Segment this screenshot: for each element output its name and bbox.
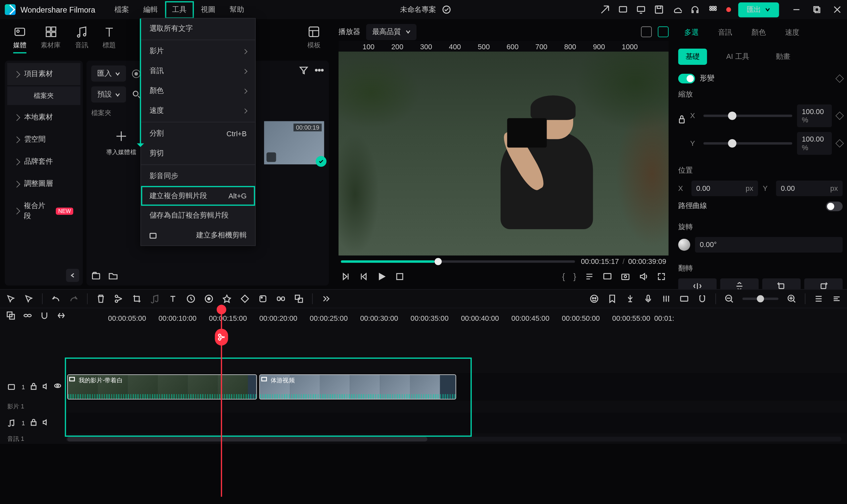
more-icon[interactable]	[315, 66, 324, 75]
notification-dot[interactable]	[726, 7, 731, 12]
preset-dropdown[interactable]: 預設	[91, 86, 126, 103]
filter-icon[interactable]	[299, 66, 308, 75]
music-tool-icon[interactable]	[150, 294, 160, 304]
voiceover-icon[interactable]	[625, 294, 635, 304]
tl-duplicate-icon[interactable]	[6, 311, 16, 321]
timeline-view-icon[interactable]	[814, 294, 824, 304]
scale-y-keyframe[interactable]	[835, 139, 844, 148]
playhead[interactable]	[221, 305, 222, 497]
translate-tool-icon[interactable]	[294, 294, 304, 304]
rotation-knob[interactable]	[678, 239, 690, 251]
sidebar-collapse[interactable]	[66, 269, 80, 282]
sidebar-compound[interactable]: 複合片段NEW	[7, 195, 81, 228]
rsubtab-basic[interactable]: 基礎	[678, 49, 707, 65]
scale-x-slider[interactable]	[703, 114, 792, 117]
media-clip[interactable]: 00:00:19	[264, 121, 324, 164]
sidebar-brand[interactable]: 品牌套件	[7, 150, 81, 173]
rotate-ccw-button[interactable]	[762, 278, 801, 289]
zoom-in-icon[interactable]	[787, 294, 796, 304]
stop-icon[interactable]	[395, 272, 405, 282]
volume-icon[interactable]	[638, 272, 648, 282]
sidebar-adjust[interactable]: 調整圖層	[7, 173, 81, 195]
mic-icon[interactable]	[643, 294, 653, 304]
timeline-scrollbar[interactable]	[66, 437, 842, 442]
save-icon[interactable]	[654, 5, 664, 15]
device-icon[interactable]	[618, 5, 628, 15]
dd-audio[interactable]: 音訊	[141, 61, 255, 81]
marker-list-icon[interactable]	[585, 272, 594, 282]
scale-y-input[interactable]: 100.00 %	[797, 132, 832, 155]
rotation-input[interactable]: 0.00°	[695, 237, 843, 253]
sidebar-cloud[interactable]: 雲空間	[7, 128, 81, 150]
menu-file[interactable]: 檔案	[107, 1, 136, 19]
keyframe-tool-icon[interactable]	[240, 294, 250, 304]
prev-frame-icon[interactable]	[341, 272, 350, 282]
link-tool-icon[interactable]	[276, 294, 285, 304]
video-track-icon[interactable]	[7, 382, 17, 392]
timeline-settings-icon[interactable]	[832, 294, 841, 304]
menu-view[interactable]: 視圖	[194, 1, 222, 19]
rtab-speed[interactable]: 速度	[784, 25, 801, 40]
lock-audio-icon[interactable]	[30, 418, 37, 428]
scrub-bar[interactable]: 00:00:15:17/00:00:39:09	[338, 256, 669, 268]
minimize-icon[interactable]	[792, 5, 801, 14]
dd-color[interactable]: 顏色	[141, 81, 255, 101]
menu-tools[interactable]: 工具	[165, 1, 194, 19]
undo-icon[interactable]	[51, 294, 60, 304]
snap-icon[interactable]	[698, 294, 707, 304]
rsubtab-ai[interactable]: AI 工具	[719, 49, 757, 65]
tab-media[interactable]: 媒體	[13, 25, 27, 53]
image-icon[interactable]	[658, 26, 669, 37]
path-curve-toggle[interactable]	[826, 201, 843, 211]
tab-stock[interactable]: 素材庫	[41, 25, 60, 53]
playhead-scissors-icon[interactable]	[215, 329, 228, 346]
preview-viewport[interactable]	[338, 52, 669, 256]
zoom-out-icon[interactable]	[724, 294, 734, 304]
new-folder-icon[interactable]	[91, 271, 101, 281]
split-icon[interactable]	[114, 294, 124, 304]
tl-auto-icon[interactable]	[57, 311, 66, 321]
sidebar-project-media[interactable]: 項目素材	[7, 63, 81, 85]
apps-icon[interactable]	[708, 5, 718, 15]
dd-av-sync[interactable]: 影音同步	[141, 166, 255, 186]
rtab-color[interactable]: 顏色	[751, 25, 767, 40]
keyframe-icon[interactable]	[835, 74, 844, 83]
monitor-icon[interactable]	[636, 5, 646, 15]
fullscreen-icon[interactable]	[657, 272, 666, 282]
speed-tool-icon[interactable]	[186, 294, 196, 304]
flip-h-button[interactable]	[678, 278, 717, 289]
display-icon[interactable]	[602, 272, 612, 282]
delete-icon[interactable]	[96, 294, 106, 304]
snapshot-icon[interactable]	[621, 272, 630, 282]
menu-help[interactable]: 幫助	[223, 1, 251, 19]
mark-in-icon[interactable]: {	[562, 272, 565, 282]
crop-icon[interactable]	[132, 294, 142, 304]
rotate-cw-button[interactable]	[804, 278, 843, 289]
render-icon[interactable]	[679, 294, 689, 304]
sidebar-local[interactable]: 本地素材	[7, 106, 81, 128]
mark-out-icon[interactable]: }	[574, 272, 576, 282]
select-tool-icon[interactable]	[6, 294, 16, 304]
pos-y-input[interactable]: 0.00px	[776, 181, 843, 196]
mute-audio-icon[interactable]	[42, 418, 49, 428]
video-clip-2[interactable]: 体游视频	[259, 374, 456, 399]
tl-link-icon[interactable]	[23, 311, 32, 321]
audio-track-icon[interactable]	[7, 418, 17, 428]
color-tool-icon[interactable]	[204, 294, 214, 304]
mute-track-icon[interactable]	[42, 382, 49, 392]
scale-y-slider[interactable]	[703, 142, 792, 145]
sidebar-folder[interactable]: 檔案夾	[7, 86, 81, 105]
dd-speed[interactable]: 速度	[141, 101, 255, 121]
maximize-icon[interactable]	[813, 5, 821, 14]
flip-v-button[interactable]	[720, 278, 759, 289]
timeline-ruler[interactable]: 00:00:05:00 00:00:10:00 00:00:15:00 00:0…	[66, 311, 847, 325]
more-tools-icon[interactable]	[321, 294, 331, 304]
dd-video[interactable]: 影片	[141, 41, 255, 61]
import-dropdown[interactable]: 匯入	[91, 66, 126, 82]
mask-tool-icon[interactable]	[258, 294, 268, 304]
pos-x-input[interactable]: 0.00px	[691, 181, 758, 196]
scale-x-input[interactable]: 100.00 %	[797, 105, 832, 127]
transform-toggle[interactable]	[678, 73, 695, 83]
headphone-icon[interactable]	[690, 5, 700, 15]
text-tool-icon[interactable]	[168, 294, 178, 304]
